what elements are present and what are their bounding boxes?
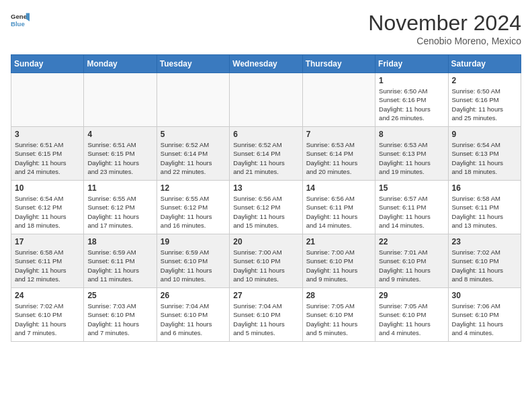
calendar-week-row: 3Sunrise: 6:51 AM Sunset: 6:15 PM Daylig… <box>11 127 521 181</box>
day-number: 27 <box>233 291 298 300</box>
day-info: Sunrise: 7:02 AM Sunset: 6:10 PM Dayligh… <box>15 302 80 337</box>
day-number: 12 <box>161 183 226 193</box>
day-number: 6 <box>233 130 298 139</box>
day-number: 25 <box>87 291 152 300</box>
day-info: Sunrise: 7:06 AM Sunset: 6:10 PM Dayligh… <box>452 302 517 337</box>
day-number: 10 <box>15 183 80 193</box>
table-row: 19Sunrise: 6:59 AM Sunset: 6:10 PM Dayli… <box>157 234 229 288</box>
table-row: 12Sunrise: 6:55 AM Sunset: 6:12 PM Dayli… <box>157 181 229 234</box>
day-info: Sunrise: 7:05 AM Sunset: 6:10 PM Dayligh… <box>306 302 371 337</box>
col-wednesday: Wednesday <box>230 55 302 73</box>
col-tuesday: Tuesday <box>157 55 229 73</box>
table-row: 14Sunrise: 6:56 AM Sunset: 6:11 PM Dayli… <box>302 181 375 234</box>
table-row: 9Sunrise: 6:54 AM Sunset: 6:13 PM Daylig… <box>448 127 521 181</box>
table-row: 2Sunrise: 6:50 AM Sunset: 6:16 PM Daylig… <box>448 73 521 127</box>
calendar-table: Sunday Monday Tuesday Wednesday Thursday… <box>11 54 521 342</box>
day-info: Sunrise: 6:50 AM Sunset: 6:16 PM Dayligh… <box>379 87 444 122</box>
table-row: 16Sunrise: 6:58 AM Sunset: 6:11 PM Dayli… <box>448 181 521 234</box>
table-row: 18Sunrise: 6:59 AM Sunset: 6:11 PM Dayli… <box>84 234 157 288</box>
table-row: 28Sunrise: 7:05 AM Sunset: 6:10 PM Dayli… <box>302 288 375 342</box>
day-info: Sunrise: 6:58 AM Sunset: 6:11 PM Dayligh… <box>452 194 517 230</box>
day-number: 4 <box>87 130 152 139</box>
table-row <box>302 73 375 127</box>
day-info: Sunrise: 6:53 AM Sunset: 6:14 PM Dayligh… <box>306 140 371 176</box>
day-number: 13 <box>233 183 298 193</box>
day-info: Sunrise: 6:55 AM Sunset: 6:12 PM Dayligh… <box>87 194 152 230</box>
calendar-week-row: 17Sunrise: 6:58 AM Sunset: 6:11 PM Dayli… <box>11 234 521 288</box>
month-title: November 2024 <box>368 11 521 36</box>
table-row: 11Sunrise: 6:55 AM Sunset: 6:12 PM Dayli… <box>84 181 157 234</box>
day-number: 14 <box>306 183 371 193</box>
col-saturday: Saturday <box>448 55 521 73</box>
logo-icon: General Blue <box>11 11 30 30</box>
day-number: 23 <box>452 237 517 246</box>
day-info: Sunrise: 7:00 AM Sunset: 6:10 PM Dayligh… <box>233 248 298 283</box>
table-row: 7Sunrise: 6:53 AM Sunset: 6:14 PM Daylig… <box>302 127 375 181</box>
col-monday: Monday <box>84 55 157 73</box>
calendar-week-row: 10Sunrise: 6:54 AM Sunset: 6:12 PM Dayli… <box>11 181 521 234</box>
table-row: 8Sunrise: 6:53 AM Sunset: 6:13 PM Daylig… <box>375 127 448 181</box>
day-number: 22 <box>379 237 444 246</box>
day-number: 17 <box>15 237 80 246</box>
day-number: 29 <box>379 291 444 300</box>
day-number: 8 <box>379 130 444 139</box>
day-info: Sunrise: 7:02 AM Sunset: 6:10 PM Dayligh… <box>452 248 517 283</box>
day-info: Sunrise: 7:04 AM Sunset: 6:10 PM Dayligh… <box>161 302 226 337</box>
day-info: Sunrise: 6:54 AM Sunset: 6:13 PM Dayligh… <box>452 140 517 176</box>
table-row <box>230 73 302 127</box>
day-number: 24 <box>15 291 80 300</box>
table-row: 1Sunrise: 6:50 AM Sunset: 6:16 PM Daylig… <box>375 73 448 127</box>
day-number: 28 <box>306 291 371 300</box>
table-row: 26Sunrise: 7:04 AM Sunset: 6:10 PM Dayli… <box>157 288 229 342</box>
day-info: Sunrise: 6:53 AM Sunset: 6:13 PM Dayligh… <box>379 140 444 176</box>
day-number: 5 <box>161 130 226 139</box>
day-number: 11 <box>87 183 152 193</box>
col-thursday: Thursday <box>302 55 375 73</box>
day-info: Sunrise: 6:51 AM Sunset: 6:15 PM Dayligh… <box>15 140 80 176</box>
table-row: 20Sunrise: 7:00 AM Sunset: 6:10 PM Dayli… <box>230 234 302 288</box>
table-row: 6Sunrise: 6:52 AM Sunset: 6:14 PM Daylig… <box>230 127 302 181</box>
day-info: Sunrise: 6:56 AM Sunset: 6:12 PM Dayligh… <box>233 194 298 230</box>
day-info: Sunrise: 6:57 AM Sunset: 6:11 PM Dayligh… <box>379 194 444 230</box>
day-number: 26 <box>161 291 226 300</box>
location-subtitle: Cenobio Moreno, Mexico <box>368 36 521 46</box>
day-number: 18 <box>87 237 152 246</box>
table-row <box>157 73 229 127</box>
table-row <box>11 73 84 127</box>
col-friday: Friday <box>375 55 448 73</box>
calendar-week-row: 1Sunrise: 6:50 AM Sunset: 6:16 PM Daylig… <box>11 73 521 127</box>
day-number: 15 <box>379 183 444 193</box>
page-header: General Blue November 2024 Cenobio Moren… <box>11 11 521 46</box>
day-number: 3 <box>15 130 80 139</box>
day-info: Sunrise: 6:55 AM Sunset: 6:12 PM Dayligh… <box>161 194 226 230</box>
day-info: Sunrise: 7:00 AM Sunset: 6:10 PM Dayligh… <box>306 248 371 283</box>
table-row <box>84 73 157 127</box>
table-row: 22Sunrise: 7:01 AM Sunset: 6:10 PM Dayli… <box>375 234 448 288</box>
day-number: 1 <box>379 76 444 85</box>
table-row: 23Sunrise: 7:02 AM Sunset: 6:10 PM Dayli… <box>448 234 521 288</box>
day-info: Sunrise: 6:56 AM Sunset: 6:11 PM Dayligh… <box>306 194 371 230</box>
day-info: Sunrise: 6:59 AM Sunset: 6:10 PM Dayligh… <box>161 248 226 283</box>
day-number: 30 <box>452 291 517 300</box>
day-number: 16 <box>452 183 517 193</box>
day-number: 7 <box>306 130 371 139</box>
day-info: Sunrise: 7:01 AM Sunset: 6:10 PM Dayligh… <box>379 248 444 283</box>
calendar-week-row: 24Sunrise: 7:02 AM Sunset: 6:10 PM Dayli… <box>11 288 521 342</box>
table-row: 3Sunrise: 6:51 AM Sunset: 6:15 PM Daylig… <box>11 127 84 181</box>
table-row: 15Sunrise: 6:57 AM Sunset: 6:11 PM Dayli… <box>375 181 448 234</box>
day-info: Sunrise: 6:54 AM Sunset: 6:12 PM Dayligh… <box>15 194 80 230</box>
table-row: 13Sunrise: 6:56 AM Sunset: 6:12 PM Dayli… <box>230 181 302 234</box>
table-row: 17Sunrise: 6:58 AM Sunset: 6:11 PM Dayli… <box>11 234 84 288</box>
day-number: 19 <box>161 237 226 246</box>
table-row: 24Sunrise: 7:02 AM Sunset: 6:10 PM Dayli… <box>11 288 84 342</box>
table-row: 10Sunrise: 6:54 AM Sunset: 6:12 PM Dayli… <box>11 181 84 234</box>
title-block: November 2024 Cenobio Moreno, Mexico <box>368 11 521 46</box>
day-info: Sunrise: 6:52 AM Sunset: 6:14 PM Dayligh… <box>233 140 298 176</box>
day-number: 9 <box>452 130 517 139</box>
day-number: 21 <box>306 237 371 246</box>
svg-text:Blue: Blue <box>11 20 25 28</box>
table-row: 21Sunrise: 7:00 AM Sunset: 6:10 PM Dayli… <box>302 234 375 288</box>
day-info: Sunrise: 6:50 AM Sunset: 6:16 PM Dayligh… <box>452 87 517 122</box>
table-row: 5Sunrise: 6:52 AM Sunset: 6:14 PM Daylig… <box>157 127 229 181</box>
day-info: Sunrise: 7:04 AM Sunset: 6:10 PM Dayligh… <box>233 302 298 337</box>
